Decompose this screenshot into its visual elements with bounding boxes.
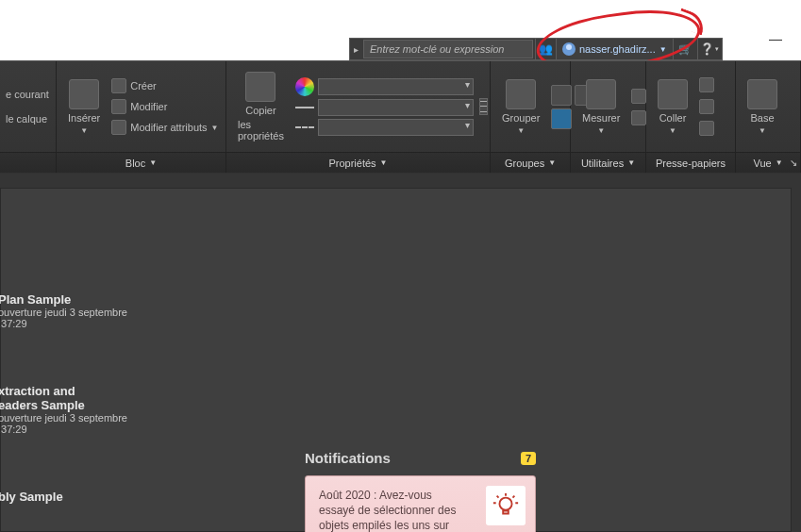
label: e courant — [6, 89, 49, 100]
infobar: ▸ Entrez mot-clé ou expression 👥 nasser.… — [349, 38, 723, 60]
title-pressepapiers[interactable]: Presse-papiers — [646, 153, 736, 173]
notification-card[interactable]: Août 2020 : Avez-vous essayé de sélectio… — [305, 475, 536, 532]
notifications-header: Notifications 7 — [305, 450, 536, 466]
copy-icon[interactable] — [699, 99, 714, 114]
panel-vue: Base ▼ — [736, 61, 801, 152]
base-view-button[interactable]: Base ▼ — [742, 77, 783, 137]
notifications-count-badge: 7 — [521, 452, 536, 465]
avatar-icon — [562, 42, 576, 56]
panel-bloc: Insérer ▼ Créer Modifier Modifier attrib… — [57, 61, 226, 152]
search-people-icon[interactable]: 👥 — [535, 39, 556, 59]
title-groupes[interactable]: Groupes▼ — [491, 153, 571, 173]
lineweight-combo[interactable] — [318, 99, 474, 116]
label: Grouper — [502, 112, 540, 124]
lineweight-icon — [295, 107, 314, 108]
label: Copier — [245, 105, 275, 116]
search-input[interactable]: Entrez mot-clé ou expression — [363, 40, 533, 58]
label: Base — [750, 112, 774, 124]
title-vue[interactable]: Vue▼ ↘ — [736, 153, 801, 173]
util-2-icon[interactable] — [631, 110, 646, 125]
paste-button[interactable]: Coller ▼ — [652, 77, 693, 137]
match-properties-button[interactable]: Copier les propriétés — [232, 70, 290, 143]
infobar-left-arrow[interactable]: ▸ — [350, 44, 361, 55]
title-proprietes[interactable]: Propriétés▼ ↘ — [226, 153, 491, 173]
label: Mesurer — [582, 112, 620, 124]
label: le calque — [6, 113, 47, 125]
chevron-down-icon: ▼ — [659, 45, 667, 54]
create-block-icon — [111, 78, 126, 93]
recent-name: xtraction and — [0, 384, 127, 398]
cart-icon[interactable]: 🛒 — [673, 39, 697, 59]
label: les propriétés — [238, 119, 284, 141]
title-calques[interactable] — [0, 153, 57, 173]
dialog-launcher-icon[interactable]: ↘ — [790, 158, 797, 168]
group-button[interactable]: Grouper ▼ — [496, 77, 545, 137]
copy-with-base-icon[interactable] — [699, 121, 714, 136]
panel-utilitaires: Mesurer ▼ — [571, 61, 646, 152]
insert-block-button[interactable]: Insérer ▼ — [62, 77, 106, 137]
user-label: nasser.ghadirz... — [579, 43, 656, 55]
paste-icon — [658, 79, 688, 109]
svg-point-0 — [499, 498, 511, 510]
ungroup-icon[interactable] — [551, 85, 572, 106]
cut-icon[interactable] — [699, 77, 714, 92]
title-utilitaires[interactable]: Utilitaires▼ — [571, 153, 646, 173]
transparency-list-icon[interactable] — [479, 98, 488, 115]
base-view-icon — [747, 79, 777, 109]
label: Créer — [130, 80, 157, 91]
notification-body: Août 2020 : Avez-vous essayé de sélectio… — [319, 488, 465, 532]
help-icon[interactable]: ❔▾ — [697, 39, 722, 59]
panel-pressepapiers: Coller ▼ — [646, 61, 736, 152]
create-block-button[interactable]: Créer — [111, 76, 218, 95]
title-bloc[interactable]: Bloc▼ — [57, 153, 226, 173]
ribbon-titles: Bloc▼ Propriétés▼ ↘ Groupes▼ Utilitaires… — [0, 152, 801, 173]
edit-block-icon — [111, 99, 126, 114]
panel-groupes: Grouper ▼ — [491, 61, 571, 152]
linetype-icon — [295, 126, 314, 128]
measure-button[interactable]: Mesurer ▼ — [576, 77, 626, 137]
insert-block-icon — [69, 79, 99, 109]
recent-sub: :37:29 — [0, 318, 127, 329]
label: Insérer — [68, 112, 100, 124]
window-minimize-icon[interactable] — [769, 40, 782, 41]
lightbulb-icon — [486, 486, 526, 525]
layer-make-current[interactable]: e courant — [6, 85, 49, 104]
recent-sub: ouverture jeudi 3 septembre — [0, 307, 127, 318]
label: Coller — [659, 112, 687, 124]
label: Modifier attributs — [130, 122, 207, 133]
panel-calques: e courant le calque — [0, 61, 57, 152]
group-icon — [506, 79, 536, 109]
ribbon: e courant le calque Insérer ▼ Créer — [0, 60, 801, 174]
edit-attributes-icon — [111, 120, 126, 135]
panel-proprietes: Copier les propriétés — [226, 61, 491, 152]
annotation-circle-tail — [675, 8, 708, 35]
util-1-icon[interactable] — [631, 89, 646, 104]
match-properties-icon — [245, 72, 275, 102]
workspace: Plan Sample ouverture jeudi 3 septembre … — [0, 174, 801, 532]
edit-attributes-button[interactable]: Modifier attributs ▼ — [111, 118, 218, 137]
notifications-title: Notifications — [305, 450, 391, 466]
recent-name: eaders Sample — [0, 398, 127, 412]
color-combo[interactable] — [318, 78, 474, 95]
recent-sub: puverture jeudi 3 septembre — [0, 412, 127, 424]
recent-sub: :37:29 — [0, 424, 127, 435]
recent-name: bly Sample — [0, 490, 63, 504]
label: Modifier — [130, 101, 167, 112]
user-menu[interactable]: nasser.ghadirz... ▼ — [556, 39, 673, 59]
edit-block-button[interactable]: Modifier — [111, 97, 218, 116]
group-select-icon[interactable] — [551, 108, 572, 129]
recent-name: Plan Sample — [0, 292, 127, 307]
recent-item-2[interactable]: xtraction and eaders Sample puverture je… — [0, 384, 127, 435]
recent-item-3[interactable]: bly Sample — [0, 490, 63, 504]
layer-copy-to-layer[interactable]: le calque — [6, 109, 47, 128]
linetype-combo[interactable] — [318, 119, 474, 136]
measure-icon — [586, 79, 616, 109]
recent-item-1[interactable]: Plan Sample ouverture jeudi 3 septembre … — [0, 292, 127, 329]
color-swatch-icon[interactable] — [295, 77, 314, 96]
